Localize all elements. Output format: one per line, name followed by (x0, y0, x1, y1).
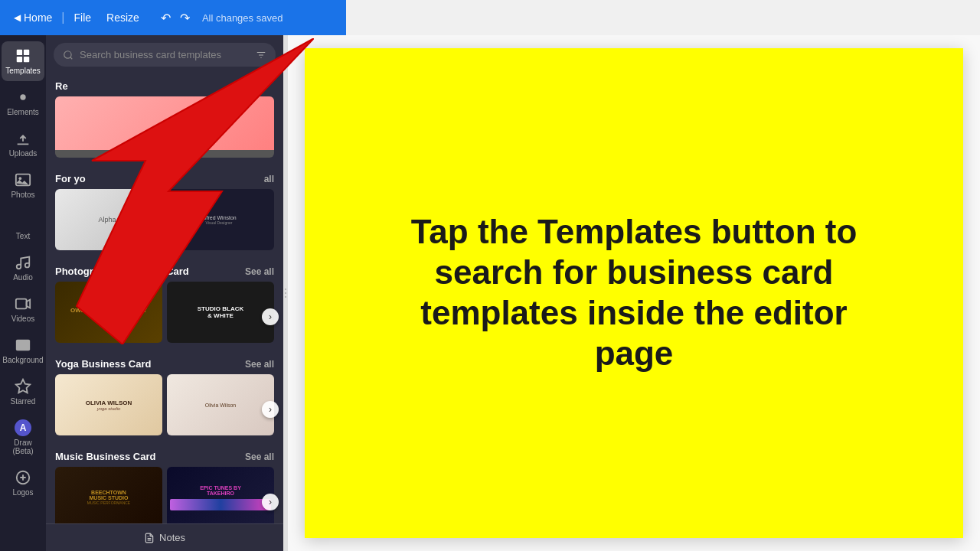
draw-icon: A (15, 419, 31, 436)
templates-label: Templates (5, 67, 41, 75)
music-card-1[interactable]: BEECHTOWN MUSIC STUDIO MUSIC PERFORMANCE (55, 467, 162, 528)
alpha-text: Alpha (98, 216, 116, 223)
sidebar-item-elements[interactable]: Elements (2, 83, 44, 122)
yoga-see-all[interactable]: See all (245, 359, 274, 370)
sidebar-item-templates[interactable]: Templates (2, 41, 44, 81)
videos-label: Videos (11, 315, 34, 323)
for-you-card-2[interactable]: Alfred Winston Visual Designer (164, 189, 274, 250)
recent-section-header: Re (46, 74, 283, 96)
recent-row (46, 96, 283, 167)
sidebar-item-uploads[interactable]: Uploads (2, 124, 44, 164)
yoga-card-1[interactable]: OLIVIA WILSON yoga studio (55, 374, 162, 435)
music-scroll-right[interactable]: › (262, 494, 279, 510)
sidebar-item-videos[interactable]: Videos (2, 289, 44, 329)
sidebar-item-starred[interactable]: Starred (2, 372, 44, 412)
music-see-all[interactable]: See all (245, 452, 274, 462)
topbar: ◀ Home | File Resize ↶ ↷ All changes sav… (0, 0, 346, 35)
yoga-row: OLIVIA WILSON yoga studio Olivia Wilson … (46, 374, 283, 445)
beechtown-line3: MUSIC PERFORMANCE (87, 500, 130, 505)
templates-panel: Re For yo all Alpha Alfred Winston Visua… (46, 35, 283, 551)
notes-bar[interactable]: Notes (46, 523, 283, 551)
svg-rect-0 (17, 50, 22, 55)
photography-card-1[interactable]: OWLENS PHOTOGRAPHY photography (55, 282, 162, 343)
yoga-scroll-right[interactable]: › (262, 401, 279, 418)
photography-scroll-right[interactable]: › (262, 308, 279, 325)
topbar-icons: ↶ ↷ (158, 8, 193, 28)
home-button[interactable]: ◀ Home (8, 8, 58, 27)
templates-icon (15, 47, 31, 64)
for-you-card-1[interactable]: Alpha (55, 189, 159, 250)
for-you-section-header: For yo all (46, 167, 283, 189)
background-label: Background (2, 356, 43, 364)
photography-section-header: Photography Business Card See all (46, 259, 283, 282)
for-you-see-all[interactable]: all (264, 174, 274, 184)
videos-icon (15, 295, 31, 312)
recent-grid (46, 96, 283, 167)
epic-line1: EPIC TUNES BY (200, 485, 241, 491)
sidebar-item-audio[interactable]: Audio (2, 248, 44, 288)
sidebar-item-background[interactable]: Background (2, 331, 44, 370)
resize-handle[interactable] (283, 35, 288, 551)
logos-icon (15, 469, 31, 486)
for-you-grid: Alpha Alfred Winston Visual Designer (46, 189, 283, 259)
resize-dot-2 (285, 292, 286, 294)
beechtown-line2: MUSIC STUDIO (90, 495, 129, 500)
yoga-label: Yoga Business Card (55, 358, 151, 370)
owlens-name: OWLENS PHOTOGRAPHY (70, 307, 147, 314)
text-icon (15, 213, 31, 230)
beechtown-line1: BEECHTOWN (91, 490, 126, 495)
draw-label: Draw (Beta) (5, 439, 41, 455)
star-icon (15, 378, 31, 395)
photos-label: Photos (11, 191, 34, 199)
sidebar-item-draw[interactable]: A Draw (Beta) (2, 413, 44, 461)
recent-card-1[interactable] (55, 96, 274, 158)
yoga-section-header: Yoga Business Card See all (46, 352, 283, 374)
redo-button[interactable]: ↷ (177, 8, 193, 28)
photography-grid: OWLENS PHOTOGRAPHY photography STUDIO BL… (46, 282, 283, 352)
filter-icon[interactable] (256, 50, 266, 60)
notes-icon (144, 533, 155, 543)
uploads-label: Uploads (9, 149, 38, 158)
studio-line1: STUDIO BLACK (198, 305, 243, 312)
file-button[interactable]: File (68, 8, 98, 27)
left-sidebar: Templates Elements Uploads Photos Text (0, 35, 46, 551)
photography-row: OWLENS PHOTOGRAPHY photography STUDIO BL… (46, 282, 283, 352)
svg-rect-2 (17, 57, 22, 62)
music-card-2[interactable]: EPIC TUNES BY TAKEHIRO (167, 467, 274, 528)
svg-point-10 (64, 51, 71, 57)
sidebar-item-text[interactable]: Text (2, 207, 44, 246)
svg-point-6 (19, 177, 22, 180)
sidebar-item-photos[interactable]: Photos (2, 165, 44, 205)
sidebar-item-logos[interactable]: Logos (2, 463, 44, 503)
uploads-icon (15, 130, 31, 147)
topbar-separator: | (61, 11, 64, 24)
svg-rect-7 (16, 299, 27, 309)
resize-button[interactable]: Resize (100, 8, 145, 27)
resize-dot-1 (285, 289, 286, 290)
photography-card-2[interactable]: STUDIO BLACK & WHITE (167, 282, 274, 343)
save-status: All changes saved (202, 12, 283, 24)
search-bar[interactable] (54, 43, 276, 67)
photos-icon (15, 171, 31, 188)
owlens-subtitle: photography (98, 314, 119, 318)
epic-line2: TAKEHIRO (207, 491, 234, 496)
elements-icon (15, 89, 31, 106)
for-you-label: For yo (55, 173, 86, 184)
svg-rect-1 (24, 50, 29, 55)
yellow-canvas: Tap the Templates button to search for b… (305, 48, 963, 538)
undo-button[interactable]: ↶ (158, 8, 174, 28)
svg-rect-3 (24, 57, 29, 62)
canvas-area: Tap the Templates button to search for b… (288, 35, 980, 551)
olivia-line1: OLIVIA WILSON (86, 399, 132, 406)
resize-dot-3 (285, 296, 286, 298)
search-icon (63, 50, 74, 60)
yoga-card-2[interactable]: Olivia Wilson (167, 374, 274, 435)
search-input[interactable] (80, 49, 250, 60)
instruction-text: Tap the Templates button to search for b… (366, 181, 902, 404)
yoga-grid: OLIVIA WILSON yoga studio Olivia Wilson (46, 374, 283, 445)
music-wave (170, 499, 271, 510)
notes-label-container: Notes (144, 532, 185, 543)
svg-point-4 (20, 94, 25, 99)
photography-see-all[interactable]: See all (245, 266, 274, 277)
audio-icon (15, 254, 31, 271)
